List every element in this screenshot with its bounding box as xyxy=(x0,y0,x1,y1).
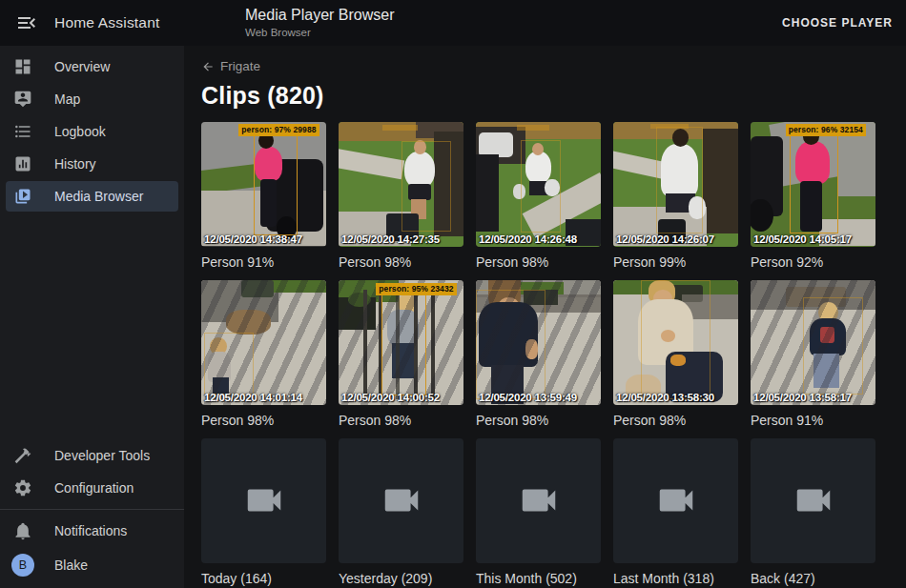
media-player-subtitle: Web Browser xyxy=(245,26,395,40)
sidebar-divider xyxy=(0,509,184,510)
clip-timestamp: 12/05/2020 14:38:47 xyxy=(204,233,302,245)
detection-bbox xyxy=(641,280,710,400)
clip-caption: Person 98% xyxy=(339,413,463,431)
sidebar-item-history[interactable]: History xyxy=(6,149,178,179)
clip-timestamp: 12/05/2020 14:26:07 xyxy=(616,233,714,245)
folder-card-this-month-502[interactable]: This Month (502) xyxy=(476,438,601,588)
folder-card-back-427[interactable]: Back (427) xyxy=(751,438,875,588)
folder-thumbnail xyxy=(476,438,601,563)
detection-label: person: 95% 23432 xyxy=(376,283,456,295)
play-box-multiple-icon xyxy=(13,187,32,206)
user-name: Blake xyxy=(54,558,88,573)
page-title: Clips (820) xyxy=(201,82,906,110)
clip-timestamp: 12/05/2020 13:59:49 xyxy=(479,392,577,403)
clip-caption: Person 98% xyxy=(476,254,601,273)
sidebar-item-notifications[interactable]: Notifications xyxy=(6,516,178,546)
sidebar-item-overview[interactable]: Overview xyxy=(6,51,178,82)
folder-card-yesterday-209[interactable]: Yesterday (209) xyxy=(339,438,463,588)
detection-label: person: 96% 32154 xyxy=(786,124,866,136)
clip-timestamp: 12/05/2020 14:00:52 xyxy=(341,392,440,403)
sidebar-tools-items: Developer Tools Configuration xyxy=(0,440,184,503)
clip-card[interactable]: 12/05/2020 13:58:30 Person 98% xyxy=(613,280,738,431)
clip-thumbnail: 12/05/2020 13:59:49 xyxy=(476,280,601,405)
breadcrumb[interactable]: Frigate xyxy=(201,58,260,74)
scene-block xyxy=(382,125,418,130)
clip-thumbnail: 12/05/2020 14:27:35 xyxy=(339,122,463,247)
clip-timestamp: 12/05/2020 14:01:14 xyxy=(204,392,302,403)
folder-thumbnail xyxy=(751,438,875,563)
folder-card-today-164[interactable]: Today (164) xyxy=(201,438,326,588)
folder-label: This Month (502) xyxy=(476,571,601,588)
clip-timestamp: 12/05/2020 14:26:48 xyxy=(479,233,577,245)
clip-timestamp: 12/05/2020 14:27:35 xyxy=(341,233,440,245)
clip-caption: Person 98% xyxy=(476,413,601,431)
clip-card[interactable]: 12/05/2020 14:26:48 Person 98% xyxy=(476,122,601,273)
clip-caption: Person 98% xyxy=(201,413,326,431)
choose-player-button[interactable]: CHOOSE PLAYER xyxy=(782,0,893,46)
detection-bbox xyxy=(803,297,863,395)
detection-bbox xyxy=(476,290,546,399)
clip-card[interactable]: person: 97% 2998812/05/2020 14:38:47 Per… xyxy=(201,122,326,273)
video-icon xyxy=(380,478,423,522)
folder-thumbnail xyxy=(339,438,463,563)
clip-caption: Person 91% xyxy=(751,413,875,431)
clip-thumbnail: person: 95% 2343212/05/2020 14:00:52 xyxy=(339,280,463,405)
clip-card[interactable]: 12/05/2020 14:01:14 Person 98% xyxy=(201,280,326,431)
breadcrumb-label: Frigate xyxy=(220,59,260,73)
video-icon xyxy=(792,478,835,522)
detection-bbox xyxy=(254,131,298,235)
clip-card[interactable]: 12/05/2020 14:26:07 Person 99% xyxy=(613,122,738,273)
detection-bbox xyxy=(656,127,704,234)
clip-timestamp: 12/05/2020 13:58:30 xyxy=(616,392,714,403)
clip-card[interactable]: 12/05/2020 13:58:17 Person 91% xyxy=(751,280,875,431)
sidebar: Overview Map Logbook History Media Brows… xyxy=(0,46,184,588)
sidebar-item-user[interactable]: B Blake xyxy=(6,548,178,582)
folder-label: Today (164) xyxy=(201,571,326,588)
clip-timestamp: 12/05/2020 14:05:17 xyxy=(753,233,852,245)
scene-block xyxy=(751,199,773,232)
chart-box-icon xyxy=(13,154,32,173)
folder-thumbnail xyxy=(201,438,326,563)
sidebar-notify-item: Notifications xyxy=(0,516,184,546)
clip-card[interactable]: 12/05/2020 13:59:49 Person 98% xyxy=(476,280,601,431)
clip-thumbnail: 12/05/2020 14:26:48 xyxy=(476,122,601,247)
folder-card-last-month-318[interactable]: Last Month (318) xyxy=(613,438,738,588)
scene-block xyxy=(703,129,738,233)
sidebar-item-developer-tools[interactable]: Developer Tools xyxy=(6,440,178,471)
sidebar-main-items: Overview Map Logbook History Media Brows… xyxy=(0,46,184,212)
tooltip-account-icon xyxy=(13,90,32,109)
clip-caption: Person 98% xyxy=(613,413,738,431)
menu-open-icon xyxy=(15,11,38,34)
clip-caption: Person 99% xyxy=(613,254,738,273)
folder-thumbnail xyxy=(613,438,738,563)
media-browser-content: Frigate Clips (820) person: 97% 2998812/… xyxy=(184,46,906,588)
clip-card[interactable]: person: 95% 2343212/05/2020 14:00:52 Per… xyxy=(339,280,463,431)
folder-label: Last Month (318) xyxy=(613,571,738,588)
back-arrow-icon xyxy=(201,60,215,73)
folder-label: Back (427) xyxy=(751,571,875,588)
video-icon xyxy=(242,478,286,522)
menu-button[interactable] xyxy=(15,11,38,34)
clip-thumbnail: 12/05/2020 13:58:17 xyxy=(751,280,875,405)
sidebar-item-map[interactable]: Map xyxy=(6,84,178,114)
clip-caption: Person 98% xyxy=(339,254,463,273)
avatar: B xyxy=(11,554,34,577)
clip-thumbnail: 12/05/2020 14:26:07 xyxy=(613,122,738,247)
clip-timestamp: 12/05/2020 13:58:17 xyxy=(753,392,852,403)
sidebar-item-configuration[interactable]: Configuration xyxy=(6,473,178,503)
sidebar-item-media-browser[interactable]: Media Browser xyxy=(6,181,178,212)
folder-label: Yesterday (209) xyxy=(339,571,463,588)
video-icon xyxy=(654,478,698,522)
bell-icon xyxy=(13,521,32,540)
clip-card[interactable]: person: 96% 3215412/05/2020 14:05:17 Per… xyxy=(751,122,875,273)
media-player-title: Media Player Browser xyxy=(245,6,395,25)
detection-bbox xyxy=(402,141,451,231)
clip-thumbnail: 12/05/2020 13:58:30 xyxy=(613,280,738,405)
clip-card[interactable]: 12/05/2020 14:27:35 Person 98% xyxy=(339,122,463,273)
detection-label: person: 97% 29988 xyxy=(238,124,319,136)
clip-thumbnail: person: 97% 2998812/05/2020 14:38:47 xyxy=(201,122,326,247)
top-app-bar: Home Assistant Media Player Browser Web … xyxy=(0,0,906,46)
video-icon xyxy=(517,478,561,522)
format-list-bulleted-icon xyxy=(13,122,32,141)
sidebar-item-logbook[interactable]: Logbook xyxy=(6,116,178,147)
